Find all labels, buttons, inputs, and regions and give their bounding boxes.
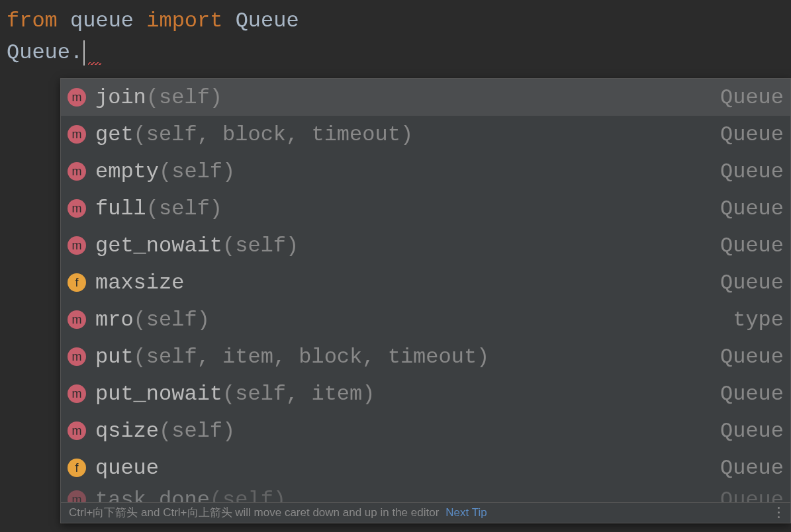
- completion-item-get[interactable]: mget(self, block, timeout)Queue: [61, 116, 790, 153]
- completion-item-queue[interactable]: fqueueQueue: [61, 449, 790, 486]
- method-icon: m: [68, 347, 86, 366]
- completion-list[interactable]: mjoin(self)Queuemget(self, block, timeou…: [61, 79, 790, 502]
- completion-origin: Queue: [720, 122, 784, 147]
- completion-item-put_nowait[interactable]: mput_nowait(self, item)Queue: [61, 375, 790, 412]
- completion-origin: Queue: [720, 382, 784, 406]
- keyword-from: from: [7, 9, 58, 33]
- completion-label: mro(self): [95, 308, 725, 332]
- method-icon: m: [68, 88, 86, 107]
- code-text: Queue.: [7, 37, 83, 69]
- field-icon: f: [68, 459, 86, 477]
- completion-item-empty[interactable]: mempty(self)Queue: [61, 153, 790, 190]
- completion-item-join[interactable]: mjoin(self)Queue: [61, 79, 790, 116]
- completion-item-qsize[interactable]: mqsize(self)Queue: [61, 412, 790, 449]
- completion-item-put[interactable]: mput(self, item, block, timeout)Queue: [61, 338, 790, 375]
- completion-origin: Queue: [720, 456, 784, 480]
- field-icon: f: [68, 273, 86, 292]
- completion-label: qsize(self): [95, 419, 712, 443]
- caret: [83, 40, 85, 66]
- keyword-import: import: [146, 9, 222, 33]
- completion-label: empty(self): [95, 159, 712, 184]
- completion-label: put(self, item, block, timeout): [95, 345, 712, 369]
- completion-label: maxsize: [95, 271, 712, 295]
- autocomplete-popup[interactable]: mjoin(self)Queuemget(self, block, timeou…: [60, 78, 791, 523]
- method-icon: m: [68, 125, 86, 144]
- method-icon: m: [68, 384, 86, 403]
- completion-label: full(self): [95, 197, 712, 221]
- completion-origin: Queue: [720, 234, 784, 258]
- module-name: queue: [70, 9, 134, 33]
- code-editor[interactable]: from queue import Queue Queue.: [0, 0, 791, 74]
- error-squiggle: [88, 62, 101, 65]
- completion-origin: Queue: [720, 159, 784, 184]
- method-icon: m: [68, 310, 86, 329]
- completion-label: get(self, block, timeout): [95, 122, 712, 147]
- completion-item-get_nowait[interactable]: mget_nowait(self)Queue: [61, 227, 790, 264]
- method-icon: m: [68, 490, 86, 502]
- completion-item-mro[interactable]: mmro(self)type: [61, 301, 790, 338]
- hint-bar: Ctrl+向下箭头 and Ctrl+向上箭头 will move caret …: [61, 502, 790, 523]
- next-tip-link[interactable]: Next Tip: [445, 506, 487, 519]
- imported-name: Queue: [236, 9, 299, 33]
- completion-label: task_done(self): [95, 488, 712, 503]
- completion-label: put_nowait(self, item): [95, 382, 712, 406]
- completion-origin: type: [733, 308, 784, 332]
- hint-text: Ctrl+向下箭头 and Ctrl+向上箭头 will move caret …: [69, 505, 439, 520]
- method-icon: m: [68, 236, 86, 255]
- more-icon[interactable]: [775, 506, 782, 519]
- completion-origin: Queue: [720, 271, 784, 295]
- completion-label: get_nowait(self): [95, 234, 712, 258]
- method-icon: m: [68, 421, 86, 440]
- completion-origin: Queue: [720, 345, 784, 369]
- method-icon: m: [68, 162, 86, 181]
- completion-origin: Queue: [720, 85, 784, 110]
- completion-label: join(self): [95, 85, 712, 110]
- completion-origin: Queue: [720, 419, 784, 443]
- completion-item-maxsize[interactable]: fmaxsizeQueue: [61, 264, 790, 301]
- completion-item-full[interactable]: mfull(self)Queue: [61, 190, 790, 227]
- completion-origin: Queue: [720, 488, 784, 503]
- code-line-1[interactable]: from queue import Queue: [7, 5, 784, 37]
- completion-item-task_done[interactable]: mtask_done(self)Queue: [61, 486, 790, 502]
- method-icon: m: [68, 199, 86, 218]
- completion-origin: Queue: [720, 197, 784, 221]
- completion-label: queue: [95, 456, 712, 480]
- code-line-2[interactable]: Queue.: [7, 37, 784, 69]
